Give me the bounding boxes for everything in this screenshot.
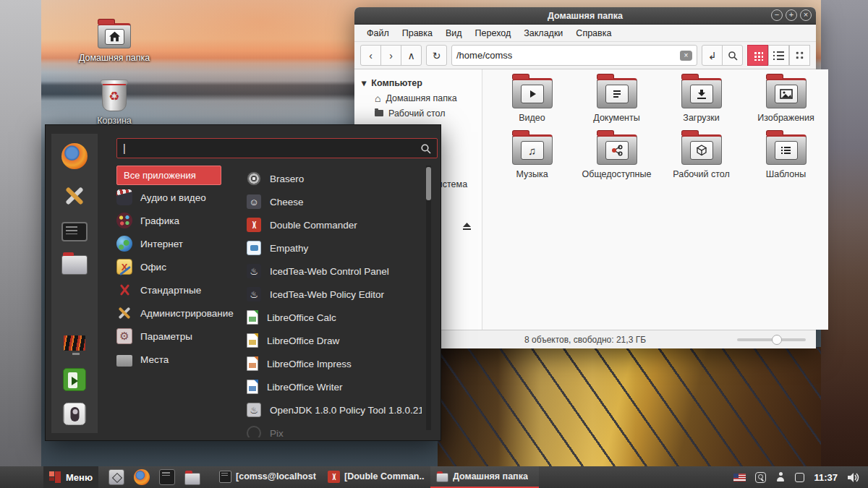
menu-search-input[interactable]: | bbox=[116, 138, 438, 158]
home-icon: ⌂ bbox=[375, 93, 380, 103]
category-internet[interactable]: Интернет bbox=[116, 232, 243, 255]
terminal-icon[interactable] bbox=[159, 469, 175, 485]
folder-item-pictures[interactable]: Изображения bbox=[744, 78, 828, 123]
menu-bookmarks[interactable]: Закладки bbox=[517, 28, 569, 38]
calc-document-icon bbox=[247, 310, 258, 325]
tray-search-icon[interactable] bbox=[755, 472, 766, 483]
tray-user-icon[interactable] bbox=[775, 472, 786, 482]
list-icon bbox=[773, 51, 784, 60]
app-pix[interactable]: Pix bbox=[247, 421, 422, 437]
cube-icon bbox=[690, 141, 713, 160]
window-list: [comss@localhost... )( [Double Comman...… bbox=[213, 466, 539, 488]
folder-item-documents[interactable]: Документы bbox=[574, 78, 659, 123]
back-button[interactable]: ‹ bbox=[360, 45, 381, 66]
category-accessories[interactable]: Стандартные bbox=[116, 278, 243, 301]
logout-icon[interactable] bbox=[63, 368, 86, 391]
scrollbar-thumb[interactable] bbox=[426, 167, 431, 200]
category-audio-video[interactable]: Аудио и видео bbox=[116, 186, 243, 209]
expander-icon[interactable]: ▾ bbox=[362, 77, 366, 88]
taskbar-window-home-folder[interactable]: Домашняя папка bbox=[430, 466, 539, 488]
app-libreoffice-calc[interactable]: LibreOffice Calc bbox=[247, 306, 422, 329]
tools-launcher-icon[interactable] bbox=[61, 183, 88, 209]
desktop-icon-home[interactable]: Домашняя папка bbox=[67, 23, 161, 63]
taskbar-window-terminal[interactable]: [comss@localhost... bbox=[213, 466, 322, 488]
folder-item-video[interactable]: Видео bbox=[490, 78, 574, 123]
app-icedtea-policy-editor[interactable]: ♨ IcedTea-Web Policy Editor bbox=[247, 283, 422, 306]
app-openjdk-policy-tool[interactable]: ♨ OpenJDK 1.8.0 Policy Tool 1.8.0.212.b0… bbox=[247, 398, 422, 421]
app-libreoffice-draw[interactable]: LibreOffice Draw bbox=[247, 329, 422, 352]
app-icedtea-control-panel[interactable]: ♨ IcedTea-Web Control Panel bbox=[247, 260, 422, 283]
firefox-launcher-icon[interactable] bbox=[61, 143, 88, 169]
clock[interactable]: 11:37 bbox=[814, 472, 838, 483]
app-cheese[interactable]: ☺ Cheese bbox=[247, 190, 422, 213]
folder-item-downloads[interactable]: Загрузки bbox=[659, 78, 744, 123]
compact-view-button[interactable] bbox=[789, 45, 810, 66]
category-office[interactable]: X Офис bbox=[116, 255, 243, 278]
forward-button[interactable]: › bbox=[380, 45, 401, 66]
files-launcher-icon[interactable] bbox=[61, 255, 88, 275]
category-graphics[interactable]: Графика bbox=[116, 209, 243, 232]
all-applications-button[interactable]: Все приложения bbox=[116, 166, 221, 185]
video-icon bbox=[521, 85, 544, 103]
path-input[interactable]: /home/comss × bbox=[451, 45, 697, 66]
volume-icon[interactable] bbox=[847, 472, 859, 483]
close-button[interactable]: × bbox=[800, 9, 812, 21]
firefox-icon[interactable] bbox=[134, 469, 150, 485]
folder-item-music[interactable]: ♫ Музыка bbox=[490, 134, 574, 179]
eject-icon[interactable] bbox=[462, 222, 472, 231]
desktop-icon-trash[interactable]: ♻ Корзина bbox=[67, 82, 161, 126]
menu-go[interactable]: Переход bbox=[469, 28, 518, 38]
writer-document-icon bbox=[247, 380, 258, 394]
menu-button[interactable]: Меню bbox=[43, 466, 98, 488]
up-button[interactable]: ∧ bbox=[401, 45, 422, 66]
terminal-icon bbox=[219, 471, 231, 483]
icedtea-icon: ♨ bbox=[247, 287, 261, 301]
menu-scrollbar[interactable] bbox=[426, 166, 431, 430]
view-button-group bbox=[747, 45, 810, 66]
menu-file[interactable]: Файл bbox=[360, 28, 396, 38]
taskbar-window-double-commander[interactable]: )( [Double Comman... bbox=[322, 466, 430, 488]
scissors-icon bbox=[116, 282, 132, 298]
terminal-launcher-icon[interactable] bbox=[61, 222, 88, 241]
file-manager-icon[interactable] bbox=[184, 473, 200, 485]
keyboard-layout-flag-icon[interactable] bbox=[733, 474, 746, 481]
power-icon[interactable] bbox=[64, 403, 86, 425]
category-preferences[interactable]: ⚙ Параметры bbox=[116, 325, 243, 348]
folder-item-templates[interactable]: Шаблоны bbox=[744, 134, 828, 179]
search-icon bbox=[420, 143, 431, 154]
maximize-button[interactable]: + bbox=[786, 9, 797, 21]
app-libreoffice-impress[interactable]: LibreOffice Impress bbox=[247, 352, 422, 375]
icon-view-button[interactable] bbox=[747, 45, 768, 66]
app-double-commander[interactable]: )( Double Commander bbox=[247, 213, 422, 236]
category-administration[interactable]: Администрирование bbox=[116, 301, 243, 325]
folder-item-public[interactable]: Общедоступные bbox=[574, 134, 659, 179]
menu-edit[interactable]: Правка bbox=[396, 28, 439, 38]
zoom-slider[interactable] bbox=[737, 338, 806, 341]
lock-screen-icon[interactable] bbox=[62, 334, 87, 352]
app-brasero[interactable]: Brasero bbox=[247, 167, 422, 190]
menu-view[interactable]: Вид bbox=[439, 28, 469, 38]
sidebar-item-home[interactable]: ⌂ Домашняя папка bbox=[354, 90, 482, 106]
minimize-button[interactable]: − bbox=[771, 9, 783, 21]
toggle-location-button[interactable]: ↲ bbox=[702, 45, 723, 66]
show-desktop-icon[interactable] bbox=[109, 469, 124, 485]
template-icon bbox=[775, 141, 798, 160]
category-places[interactable]: Места bbox=[116, 348, 243, 371]
menu-help[interactable]: Справка bbox=[569, 28, 618, 38]
taskbar: Меню [comss@localhost... )( [Double Comm… bbox=[0, 466, 868, 488]
app-empathy[interactable]: Empathy bbox=[247, 236, 422, 260]
window-titlebar[interactable]: Домашняя папка − + × bbox=[354, 7, 816, 25]
impress-document-icon bbox=[247, 356, 258, 371]
tray-window-icon[interactable] bbox=[795, 473, 804, 482]
search-icon bbox=[728, 51, 738, 61]
sidebar-item-desktop[interactable]: Рабочий стол bbox=[354, 106, 482, 121]
app-libreoffice-writer[interactable]: LibreOffice Writer bbox=[247, 375, 422, 398]
file-grid[interactable]: Видео Документы Загрузки Изображения bbox=[482, 69, 828, 330]
folder-item-desktop[interactable]: Рабочий стол bbox=[659, 134, 744, 179]
list-view-button[interactable] bbox=[768, 45, 789, 66]
search-button[interactable] bbox=[722, 45, 743, 66]
zoom-slider-knob[interactable] bbox=[772, 335, 782, 345]
clear-path-icon[interactable]: × bbox=[680, 51, 692, 61]
refresh-button[interactable]: ↻ bbox=[426, 45, 447, 66]
sidebar-computer[interactable]: ▾ Компьютер bbox=[354, 75, 482, 90]
